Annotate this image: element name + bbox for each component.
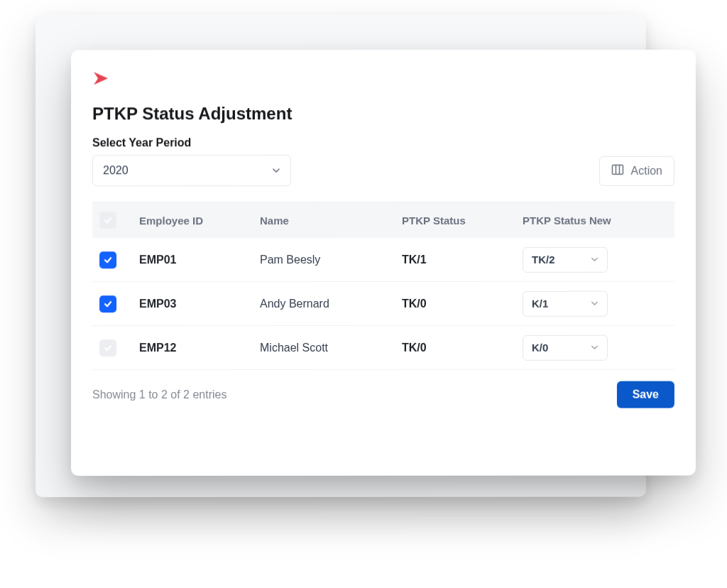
row-checkbox[interactable] [99,295,116,312]
select-all-checkbox[interactable] [99,212,116,229]
year-period-value: 2020 [103,164,129,177]
ptkp-status-new-value: K/1 [532,298,548,310]
cell-ptkp-status: TK/0 [402,341,523,354]
cell-employee-id: EMP03 [139,298,260,310]
row-checkbox[interactable] [99,251,116,268]
col-name: Name [260,214,402,227]
row-checkbox[interactable] [99,339,116,356]
chevron-down-icon [272,166,280,175]
col-ptkp-status: PTKP Status [402,214,523,226]
table-row: EMP12 Michael Scott TK/0 K/0 [92,326,674,370]
chevron-down-icon [591,254,598,266]
ptkp-status-new-value: K/0 [532,342,548,354]
save-button[interactable]: Save [617,381,674,408]
year-period-select[interactable]: 2020 [92,155,291,186]
brand-logo-icon [92,70,114,89]
svg-rect-0 [612,165,623,174]
action-button[interactable]: Action [598,156,674,186]
ptkp-status-new-select[interactable]: TK/2 [523,246,608,272]
ptkp-table: Employee ID Name PTKP Status PTKP Status… [92,202,674,370]
table-header-row: Employee ID Name PTKP Status PTKP Status… [92,202,674,238]
page-title: PTKP Status Adjustment [92,104,674,124]
cell-name: Pam Beesly [260,253,402,266]
entries-summary: Showing 1 to 2 of 2 entries [92,388,226,401]
col-employee-id: Employee ID [139,214,260,227]
ptkp-status-new-select[interactable]: K/1 [523,290,608,316]
action-button-label: Action [630,165,662,178]
cell-ptkp-status: TK/1 [402,253,523,266]
ptkp-status-new-select[interactable]: K/0 [523,334,608,360]
cell-name: Michael Scott [260,341,402,354]
cell-ptkp-status: TK/0 [402,297,523,310]
ptkp-status-new-value: TK/2 [532,254,555,266]
cell-employee-id: EMP01 [139,254,260,266]
table-row: EMP03 Andy Bernard TK/0 K/1 [92,282,674,326]
year-period-label: Select Year Period [92,136,291,149]
columns-icon [611,163,623,179]
chevron-down-icon [591,342,598,354]
cell-employee-id: EMP12 [139,342,260,354]
chevron-down-icon [591,298,598,310]
ptkp-adjustment-card: PTKP Status Adjustment Select Year Perio… [71,50,696,476]
col-ptkp-status-new: PTKP Status New [523,214,667,226]
cell-name: Andy Bernard [260,297,402,310]
table-row: EMP01 Pam Beesly TK/1 TK/2 [92,238,674,282]
